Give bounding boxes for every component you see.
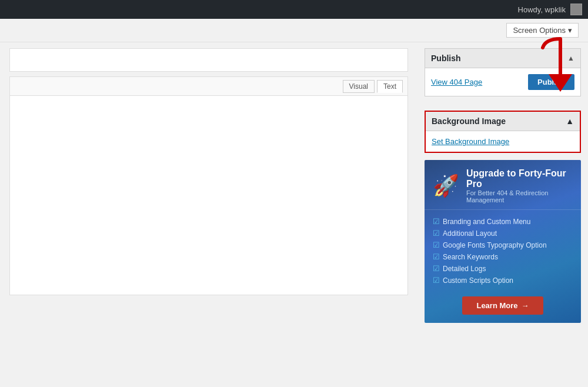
list-item: ☑Branding and Custom Menu <box>433 217 573 226</box>
user-avatar <box>570 4 582 15</box>
admin-bar: Howdy, wpklik <box>0 0 588 19</box>
editor-content-area[interactable] <box>9 95 408 295</box>
main-layout: Visual Text Publish ▲ View 404 Page Publ… <box>0 42 588 387</box>
check-icon: ☑ <box>433 252 440 261</box>
upgrade-title: Upgrade to Forty-Four Pro <box>466 168 573 189</box>
upgrade-header: 🚀 Upgrade to Forty-Four Pro For Better 4… <box>425 160 581 210</box>
background-image-header: Background Image ▲ <box>426 112 580 131</box>
howdy-text: Howdy, wpklik <box>518 5 566 14</box>
list-item: ☑Additional Layout <box>433 229 573 238</box>
upgrade-subtitle: For Better 404 & Redirection Management <box>466 189 573 203</box>
check-icon: ☑ <box>433 217 440 226</box>
view-404-page-link[interactable]: View 404 Page <box>431 78 482 86</box>
check-icon: ☑ <box>433 229 440 238</box>
publish-title: Publish <box>431 54 461 63</box>
list-item: ☑Search Keywords <box>433 252 573 261</box>
upgrade-title-block: Upgrade to Forty-Four Pro For Better 404… <box>466 168 573 203</box>
list-item: ☑Detailed Logs <box>433 264 573 273</box>
check-icon: ☑ <box>433 276 440 285</box>
red-arrow-indicator <box>534 36 575 95</box>
upgrade-features-list: ☑Branding and Custom Menu☑Additional Lay… <box>425 210 581 292</box>
list-item: ☑Custom Scripts Option <box>433 276 573 285</box>
editor-toolbar: Visual Text <box>9 76 408 95</box>
upgrade-promo-box: 🚀 Upgrade to Forty-Four Pro For Better 4… <box>425 160 581 323</box>
title-input[interactable] <box>9 48 408 72</box>
background-image-box: Background Image ▲ Set Background Image <box>425 111 581 153</box>
tab-visual[interactable]: Visual <box>343 80 375 93</box>
svg-marker-1 <box>549 74 572 92</box>
content-area: Visual Text <box>0 42 417 387</box>
sidebar: Publish ▲ View 404 Page Publish Backgrou <box>417 42 588 387</box>
admin-bar-right: Howdy, wpklik <box>518 4 582 15</box>
background-image-title: Background Image <box>432 116 506 126</box>
check-icon: ☑ <box>433 241 440 249</box>
set-background-image-link[interactable]: Set Background Image <box>432 137 509 146</box>
check-icon: ☑ <box>433 264 440 273</box>
tab-text[interactable]: Text <box>377 80 403 93</box>
screen-options-chevron-icon: ▾ <box>568 26 572 35</box>
background-image-collapse-icon[interactable]: ▲ <box>566 116 574 126</box>
screen-options-label: Screen Options <box>513 26 566 35</box>
screen-options-bar: Screen Options ▾ <box>0 19 588 42</box>
upgrade-footer: Learn More <box>425 292 581 323</box>
list-item: ☑Google Fonts Typography Option <box>433 241 573 249</box>
background-image-content: Set Background Image <box>426 131 580 152</box>
rocket-icon: 🚀 <box>433 174 459 198</box>
learn-more-button[interactable]: Learn More <box>462 296 543 315</box>
